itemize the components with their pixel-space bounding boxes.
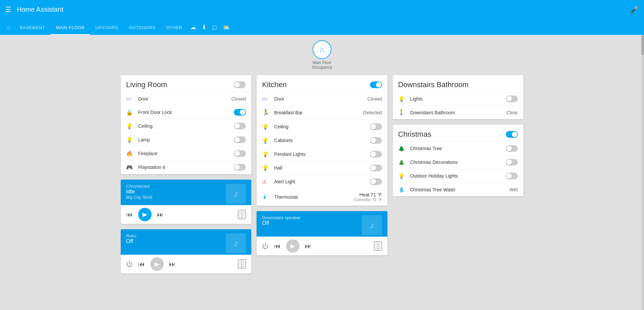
chromecast-more-button[interactable]: ⋮	[238, 210, 246, 219]
nav-basement[interactable]: BASEMENT	[14, 21, 51, 35]
playstation-toggle[interactable]	[234, 164, 246, 171]
downstairs-speaker-play-button[interactable]: ▶	[286, 239, 300, 253]
light-icon: 💡	[126, 123, 136, 129]
roku-art: ♪	[226, 233, 246, 253]
thermostat-info: Heat 71 °F Currently: 71 °F	[354, 192, 382, 202]
nav-outdoors[interactable]: OUTDOORS	[123, 21, 161, 35]
chromecast-prev-button[interactable]: ⏮	[126, 211, 133, 219]
chromecast-status: Idle	[126, 189, 226, 195]
main-content: ⌂ Main FloorOccupancy Living Room ▭ Door…	[0, 35, 644, 279]
nav-main-floor[interactable]: MAIN FLOOR	[50, 21, 90, 35]
chromecast-next-button[interactable]: ⏭	[157, 211, 164, 219]
nav-other[interactable]: OTHER	[161, 21, 187, 35]
occupancy-widget[interactable]: ⌂ Main FloorOccupancy	[312, 40, 332, 70]
lamp-toggle[interactable]	[234, 136, 246, 143]
downstairs-speaker-next-button[interactable]: ⏭	[305, 242, 312, 250]
door-icon: ▭	[126, 96, 136, 102]
mic-icon[interactable]: 🎤	[630, 5, 639, 13]
item-label: Christmas Tree	[408, 146, 506, 151]
pendant-lights-toggle[interactable]	[370, 151, 382, 158]
roku-title: Roku	[126, 233, 226, 238]
outdoor-light-icon: 💡	[398, 173, 408, 179]
list-item: 💡 Ceiling	[121, 119, 251, 133]
item-value: Wet	[509, 187, 518, 192]
roku-header: Roku Off ♪	[121, 229, 251, 255]
light-icon: 💡	[262, 137, 271, 144]
hall-toggle[interactable]	[370, 165, 382, 171]
chromecast-info: Chromecast Idle Big City Stroll	[126, 184, 226, 200]
downstairs-speaker-card: Downstairs speaker Off ♪ ⏻ ⏮ ▶ ⏭ ⋮	[257, 211, 387, 255]
occupancy-label: Main FloorOccupancy	[312, 60, 332, 70]
item-label: Breakfast Bar	[271, 110, 363, 115]
navigation: ⌂ BASEMENT MAIN FLOOR UPSTAIRS OUTDOORS …	[0, 19, 644, 35]
nav-upstairs[interactable]: UPSTAIRS	[90, 21, 123, 35]
config-icon[interactable]: ⛅	[220, 19, 232, 35]
mid-column: Kitchen ▭ Door Closed 🏃 Breakfast Bar De…	[257, 75, 387, 255]
outdoor-holiday-lights-toggle[interactable]	[506, 173, 518, 179]
nav-home-icon[interactable]: ⌂	[3, 20, 14, 35]
item-value: Clear	[507, 110, 518, 115]
cabinets-toggle[interactable]	[370, 137, 382, 144]
item-label: Ceiling	[271, 124, 370, 129]
item-label: Playstation 4	[136, 165, 234, 170]
alert-light-toggle[interactable]	[370, 178, 382, 185]
living-room-toggle[interactable]	[234, 81, 246, 88]
tree-icon: 🌲	[398, 145, 408, 152]
thermostat-icon: 🌡	[262, 194, 271, 200]
scrollbar-thumb[interactable]	[641, 35, 644, 55]
roku-status: Off	[126, 238, 226, 244]
living-room-header: Living Room	[121, 75, 251, 92]
chromecast-play-button[interactable]: ▶	[138, 208, 152, 221]
item-label: Christmas Decorations	[408, 160, 506, 165]
cloud-icon[interactable]: ☁	[187, 19, 199, 35]
christmas-decorations-toggle[interactable]	[506, 159, 518, 166]
roku-power-button[interactable]: ⏻	[126, 260, 133, 268]
list-item: 🎮 Playstation 4	[121, 161, 251, 174]
list-item: ▭ Door Closed	[121, 92, 251, 106]
ornament-icon: 🎄	[398, 159, 408, 166]
christmas-toggle[interactable]	[506, 131, 518, 138]
downstairs-speaker-art: ♪	[362, 215, 382, 235]
ceiling-toggle[interactable]	[234, 123, 246, 129]
downstairs-speaker-power-button[interactable]: ⏻	[262, 242, 269, 250]
menu-icon[interactable]: ☰	[5, 5, 11, 13]
occupancy-circle: ⌂	[313, 40, 331, 59]
list-item: 🌡 Thermostat Heat 71 °F Currently: 71 °F	[257, 189, 387, 206]
fireplace-toggle[interactable]	[234, 150, 246, 157]
download-icon[interactable]: ⬇	[199, 19, 209, 35]
christmas-tree-toggle[interactable]	[506, 145, 518, 152]
item-label: Thermostat	[271, 194, 354, 200]
item-label: Ceiling	[136, 123, 234, 129]
lamp-icon: 💡	[126, 137, 136, 143]
roku-play-button[interactable]: ▶	[150, 257, 164, 271]
item-label: Cabinets	[271, 138, 370, 143]
downstairs-speaker-prev-button[interactable]: ⏮	[274, 242, 281, 250]
roku-more-button[interactable]: ⋮	[238, 259, 246, 269]
scrollbar[interactable]	[641, 35, 644, 310]
list-item: 🔒 Front Door Lock	[121, 106, 251, 119]
bathroom-lights-toggle[interactable]	[506, 96, 518, 102]
chromecast-art: ♪	[226, 184, 246, 204]
kitchen-toggle[interactable]	[370, 81, 382, 88]
chromecast-header: Chromecast Idle Big City Stroll ♪	[121, 180, 251, 205]
downstairs-speaker-status: Off	[262, 220, 362, 226]
roku-prev-button[interactable]: ⏮	[138, 260, 145, 268]
downstairs-speaker-more-button[interactable]: ⋮	[374, 241, 382, 251]
downstairs-bathroom-title: Downstairs Bathroom	[398, 80, 469, 89]
list-item: 🔥 Fireplace	[121, 147, 251, 161]
roku-controls: ⏻ ⏮ ▶ ⏭ ⋮	[121, 255, 251, 273]
app-title: Home Assistant	[17, 6, 630, 13]
downstairs-speaker-title: Downstairs speaker	[262, 215, 362, 220]
kitchen-card: Kitchen ▭ Door Closed 🏃 Breakfast Bar De…	[257, 75, 387, 206]
list-item: ▭ Door Closed	[257, 92, 387, 106]
christmas-header: Christmas	[393, 125, 523, 142]
list-item: 🚶 Downstairs Bathroom Clear	[393, 106, 523, 119]
downstairs-bathroom-header: Downstairs Bathroom	[393, 75, 523, 92]
list-item: 🏃 Breakfast Bar Detected	[257, 106, 387, 120]
roku-next-button[interactable]: ⏭	[169, 260, 176, 268]
search-icon[interactable]: ◻	[209, 19, 220, 35]
light-icon: 💡	[262, 165, 271, 171]
front-door-lock-toggle[interactable]	[234, 109, 246, 116]
kitchen-ceiling-toggle[interactable]	[370, 123, 382, 130]
list-item: 💡 Lights	[393, 92, 523, 106]
